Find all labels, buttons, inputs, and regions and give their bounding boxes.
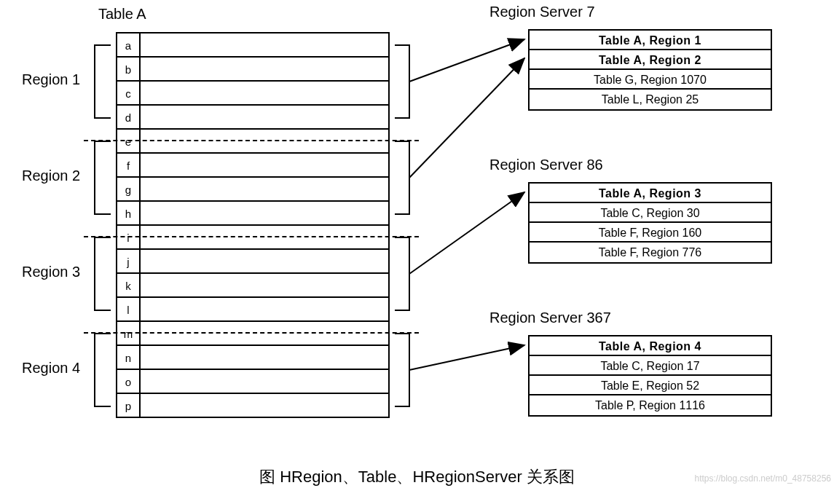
table-row: o — [117, 370, 388, 394]
server-row: Table P, Region 1116 — [530, 395, 771, 415]
table-row: h — [117, 202, 388, 226]
arrow-region4-to-rs367 — [409, 345, 524, 370]
table-row: k — [117, 274, 388, 298]
region-server-86-title: Region Server 86 — [489, 157, 603, 173]
rowkey-cell: c — [117, 82, 141, 104]
bracket-left-region2 — [95, 141, 111, 214]
table-row: j — [117, 250, 388, 274]
rowkey-cell: h — [117, 202, 141, 224]
table-a-title: Table A — [98, 6, 146, 23]
table-row: f — [117, 154, 388, 178]
table-row: i — [117, 226, 388, 250]
region-server-367-title: Region Server 367 — [489, 310, 611, 326]
bracket-left-region1 — [95, 45, 111, 118]
rowkey-cell: o — [117, 370, 141, 393]
region-separator — [84, 332, 419, 334]
bracket-right-region4 — [395, 334, 409, 406]
region-label-3: Region 3 — [22, 264, 80, 280]
server-row: Table A, Region 1 — [530, 31, 771, 50]
table-row: p — [117, 394, 388, 418]
bracket-right-region3 — [395, 237, 409, 310]
watermark: https://blog.csdn.net/m0_48758256 — [695, 473, 831, 484]
arrow-region3-to-rs86 — [409, 192, 524, 274]
table-row: g — [117, 178, 388, 202]
table-row: n — [117, 346, 388, 370]
table-row: a — [117, 34, 388, 58]
server-row: Table A, Region 4 — [530, 336, 771, 356]
rowkey-cell: g — [117, 178, 141, 200]
bracket-left-region4 — [95, 334, 111, 406]
region-label-1: Region 1 — [22, 71, 80, 88]
region-server-7-box: Table A, Region 1 Table A, Region 2 Tabl… — [528, 29, 772, 111]
server-row: Table E, Region 52 — [530, 376, 771, 395]
table-row: m — [117, 322, 388, 346]
bracket-left-region3 — [95, 237, 111, 310]
server-row: Table L, Region 25 — [530, 90, 771, 109]
region-server-7-title: Region Server 7 — [489, 4, 595, 20]
rowkey-cell: f — [117, 154, 141, 176]
bracket-right-region2 — [395, 141, 409, 214]
rowkey-cell: n — [117, 346, 141, 369]
server-row: Table G, Region 1070 — [530, 70, 771, 90]
server-row: Table F, Region 160 — [530, 223, 771, 243]
region-label-2: Region 2 — [22, 168, 80, 184]
server-row: Table A, Region 2 — [530, 50, 771, 70]
rowkey-cell: d — [117, 106, 141, 128]
table-row: c — [117, 82, 388, 106]
rowkey-cell: k — [117, 274, 141, 296]
server-row: Table F, Region 776 — [530, 243, 771, 262]
rowkey-cell: j — [117, 250, 141, 272]
region-server-86-box: Table A, Region 3 Table C, Region 30 Tab… — [528, 182, 772, 264]
rowkey-cell: p — [117, 394, 141, 417]
rowkey-cell: b — [117, 58, 141, 80]
region-separator — [84, 236, 419, 237]
server-row: Table C, Region 30 — [530, 203, 771, 223]
table-a: a b c d e f g h i j k l m n o p — [116, 32, 390, 418]
region-separator — [84, 140, 419, 141]
rowkey-cell: a — [117, 34, 141, 56]
server-row: Table A, Region 3 — [530, 184, 771, 203]
table-row: e — [117, 130, 388, 154]
table-row: b — [117, 58, 388, 82]
rowkey-cell: l — [117, 298, 141, 320]
server-row: Table C, Region 17 — [530, 356, 771, 376]
region-label-4: Region 4 — [22, 360, 80, 377]
table-row: d — [117, 106, 388, 130]
table-row: l — [117, 298, 388, 322]
diagram-canvas: Table A a b c d e f g h i j k l m n o p … — [0, 0, 834, 504]
bracket-right-region1 — [395, 45, 409, 118]
region-server-367-box: Table A, Region 4 Table C, Region 17 Tab… — [528, 335, 772, 417]
arrow-region1-to-rs7 — [409, 39, 524, 82]
